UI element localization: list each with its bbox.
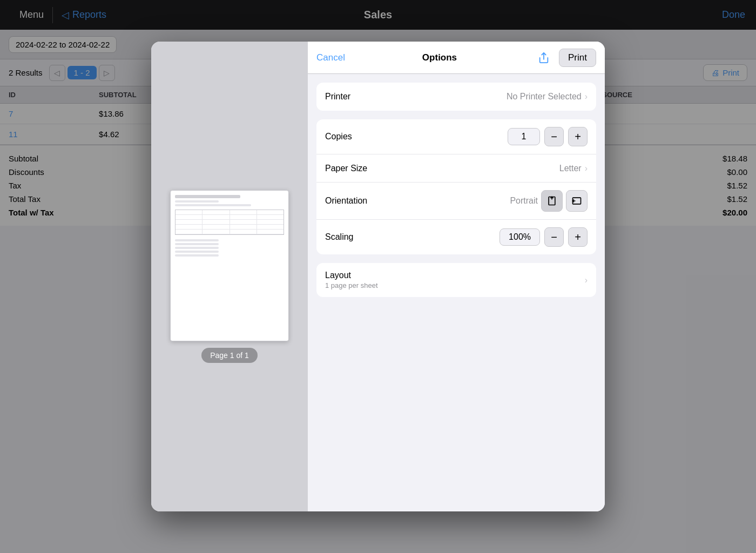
printer-value: No Printer Selected › bbox=[507, 92, 588, 102]
layout-sublabel: 1 page per sheet bbox=[325, 281, 585, 289]
chevron-right-icon: › bbox=[585, 164, 588, 173]
paper-size-row[interactable]: Paper Size Letter › bbox=[316, 154, 596, 183]
copies-label: Copies bbox=[325, 132, 508, 141]
print-settings-card: Copies 1 − + Paper Size Letter › bbox=[316, 119, 596, 254]
layout-label: Layout bbox=[325, 271, 585, 280]
scaling-value: 100% bbox=[500, 228, 540, 246]
page-label: Page 1 of 1 bbox=[201, 348, 258, 363]
options-panel: Cancel Options Print bbox=[308, 42, 605, 511]
share-button[interactable] bbox=[534, 48, 554, 68]
orientation-label: Orientation bbox=[325, 196, 510, 206]
orientation-row: Orientation Portrait bbox=[316, 183, 596, 220]
copies-row: Copies 1 − + bbox=[316, 119, 596, 154]
layout-text: Layout 1 page per sheet bbox=[325, 271, 585, 289]
chevron-right-icon: › bbox=[585, 275, 588, 285]
printer-row[interactable]: Printer No Printer Selected › bbox=[316, 83, 596, 111]
printer-card: Printer No Printer Selected › bbox=[316, 83, 596, 111]
print-dialog: Page 1 of 1 Cancel Options Print bbox=[151, 42, 605, 511]
scaling-stepper: 100% − + bbox=[500, 227, 588, 247]
print-action-button[interactable]: Print bbox=[559, 49, 596, 67]
chevron-right-icon: › bbox=[585, 92, 588, 102]
scaling-increase-button[interactable]: + bbox=[568, 227, 588, 247]
layout-row[interactable]: Layout 1 page per sheet › bbox=[316, 263, 596, 297]
layout-card[interactable]: Layout 1 page per sheet › bbox=[316, 263, 596, 297]
scaling-row: Scaling 100% − + bbox=[316, 220, 596, 254]
print-preview-panel: Page 1 of 1 bbox=[151, 42, 308, 511]
options-title: Options bbox=[422, 52, 457, 63]
copies-decrease-button[interactable]: − bbox=[544, 127, 564, 146]
options-header: Cancel Options Print bbox=[308, 42, 605, 74]
copies-increase-button[interactable]: + bbox=[568, 127, 588, 146]
options-body: Printer No Printer Selected › Copies 1 bbox=[308, 74, 605, 511]
cancel-button[interactable]: Cancel bbox=[316, 52, 345, 63]
scaling-decrease-button[interactable]: − bbox=[544, 227, 564, 247]
copies-stepper: 1 − + bbox=[508, 127, 588, 146]
options-header-right: Print bbox=[534, 48, 596, 68]
modal-overlay[interactable]: Page 1 of 1 Cancel Options Print bbox=[0, 0, 756, 553]
orientation-buttons bbox=[541, 190, 588, 212]
printer-label: Printer bbox=[325, 92, 507, 102]
paper-size-label: Paper Size bbox=[325, 164, 559, 173]
paper-size-value: Letter › bbox=[559, 164, 588, 173]
page-preview bbox=[170, 190, 289, 341]
portrait-orientation-button[interactable] bbox=[541, 190, 563, 212]
scaling-label: Scaling bbox=[325, 232, 500, 242]
orientation-value: Portrait bbox=[510, 190, 588, 212]
landscape-orientation-button[interactable] bbox=[566, 190, 588, 212]
copies-value: 1 bbox=[508, 128, 540, 145]
